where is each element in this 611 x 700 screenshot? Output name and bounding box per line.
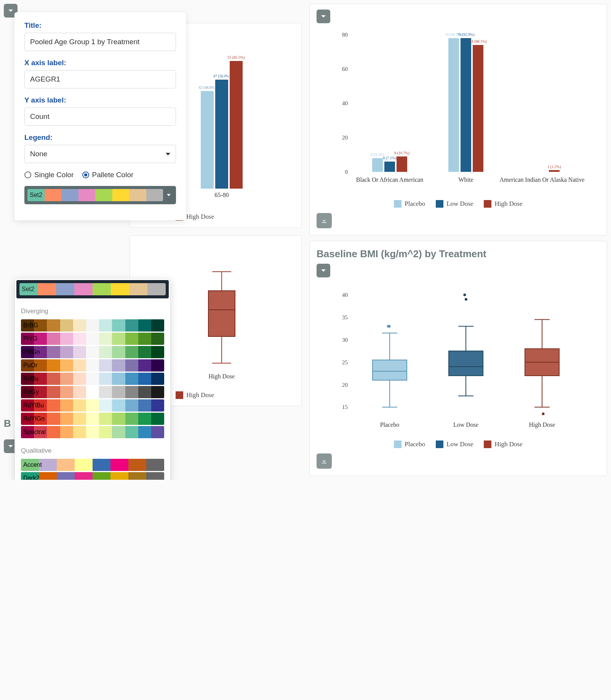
chart-settings-panel: Title: X axis label: Y axis label: Legen… xyxy=(14,12,186,220)
download-button-race[interactable] xyxy=(317,213,332,228)
svg-text:42 (48.8%): 42 (48.8%) xyxy=(199,85,216,90)
svg-rect-45 xyxy=(373,360,407,380)
palette-group-label: Qualitative xyxy=(15,439,170,458)
svg-rect-26 xyxy=(461,38,471,172)
svg-text:Placebo: Placebo xyxy=(380,421,400,428)
svg-rect-19 xyxy=(384,162,395,172)
svg-text:American Indian Or Alaska Nati: American Indian Or Alaska Native xyxy=(499,176,584,183)
svg-text:78 (92.9%): 78 (92.9%) xyxy=(457,32,475,37)
race-chart: 0204060808 (9.3%)6 (7.1%)9 (10.7%)Black … xyxy=(317,27,600,195)
svg-point-65 xyxy=(542,413,544,415)
palette-option-piyg[interactable]: PiYG xyxy=(21,333,164,345)
svg-text:8 (9.3%): 8 (9.3%) xyxy=(371,152,384,157)
svg-rect-28 xyxy=(473,45,483,172)
svg-rect-33 xyxy=(549,170,560,172)
bmi-legend: Placebo Low Dose High Dose xyxy=(317,441,600,448)
bmi-title: Baseline BMI (kg/m^2) by Treatment xyxy=(317,248,600,260)
svg-text:74 (88.1%): 74 (88.1%) xyxy=(470,39,487,44)
svg-rect-17 xyxy=(372,158,383,172)
bmi-chart: 152025303540PlaceboLow DoseHigh Dose xyxy=(317,283,600,435)
svg-text:47 (56.0%): 47 (56.0%) xyxy=(213,74,230,78)
svg-text:55 (65.5%): 55 (65.5%) xyxy=(228,55,245,60)
svg-point-56 xyxy=(465,298,467,301)
palette-option-dark2[interactable]: Dark2 xyxy=(21,472,164,480)
svg-rect-54 xyxy=(449,351,483,376)
svg-rect-0 xyxy=(201,91,214,189)
svg-text:9 (10.7%): 9 (10.7%) xyxy=(394,151,409,155)
palette-option-rdbu[interactable]: RdBu xyxy=(21,373,164,385)
svg-text:Low Dose: Low Dose xyxy=(453,421,478,428)
svg-text:30: 30 xyxy=(342,337,348,343)
panel-menu-toggle-race[interactable] xyxy=(317,10,330,23)
svg-text:White: White xyxy=(458,176,473,183)
svg-rect-24 xyxy=(448,38,459,172)
svg-point-57 xyxy=(463,293,466,296)
svg-rect-21 xyxy=(397,157,407,172)
svg-text:40: 40 xyxy=(342,100,348,106)
palette-select[interactable]: Set2 xyxy=(24,186,176,204)
y-axis-label: Y axis label: xyxy=(24,96,176,104)
legend-label: Legend: xyxy=(24,133,176,142)
svg-rect-2 xyxy=(215,80,228,189)
palette-option-brbg[interactable]: BrBG xyxy=(21,319,164,332)
palette-option-spectral[interactable]: Spectral xyxy=(21,426,164,438)
palette-dropdown: Set2 DivergingBrBGPiYGPRGnPuOrRdBuRdGyRd… xyxy=(14,278,171,480)
svg-text:6 (7.1%): 6 (7.1%) xyxy=(383,156,397,160)
svg-text:60: 60 xyxy=(342,66,348,72)
palette-option-accent[interactable]: Accent xyxy=(21,459,164,471)
svg-text:40: 40 xyxy=(342,292,348,298)
palette-option-rdylgn[interactable]: RdYlGn xyxy=(21,413,164,425)
palette-option-puor[interactable]: PuOr xyxy=(21,359,164,372)
svg-text:High Dose: High Dose xyxy=(209,373,235,380)
y-axis-input[interactable] xyxy=(24,107,176,126)
truncated-title-left: B xyxy=(4,418,11,429)
category-65-80: 65-80 xyxy=(214,192,229,198)
svg-text:15: 15 xyxy=(342,404,348,410)
svg-text:High Dose: High Dose xyxy=(529,421,555,428)
x-axis-label: X axis label: xyxy=(24,59,176,67)
legend-select[interactable]: None xyxy=(24,145,176,163)
svg-point-48 xyxy=(387,325,390,328)
palette-option-rdgy[interactable]: RdGy xyxy=(21,386,164,398)
chart-bmi-panel: Baseline BMI (kg/m^2) by Treatment 15202… xyxy=(309,241,607,476)
svg-text:0: 0 xyxy=(345,169,348,175)
svg-text:20: 20 xyxy=(342,135,348,141)
race-legend: Placebo Low Dose High Dose xyxy=(317,200,600,208)
palette-option-rdylbu[interactable]: RdYlBu xyxy=(21,399,164,412)
svg-text:25: 25 xyxy=(342,359,348,365)
chart-race-panel: 0204060808 (9.3%)6 (7.1%)9 (10.7%)Black … xyxy=(309,4,607,235)
radio-palette-color[interactable]: Pallete Color xyxy=(82,171,134,179)
svg-text:35: 35 xyxy=(342,314,348,320)
palette-dropdown-selected[interactable]: Set2 xyxy=(16,280,169,298)
title-input[interactable] xyxy=(24,33,176,51)
svg-text:1 (1.2%): 1 (1.2%) xyxy=(548,165,561,169)
svg-text:20: 20 xyxy=(342,382,348,388)
svg-text:Black Or African American: Black Or African American xyxy=(356,176,423,183)
palette-option-prgn[interactable]: PRGn xyxy=(21,346,164,358)
svg-text:80: 80 xyxy=(342,32,348,38)
svg-rect-4 xyxy=(230,61,243,189)
download-button-bmi[interactable] xyxy=(317,453,332,469)
title-label: Title: xyxy=(24,21,176,30)
svg-rect-9 xyxy=(208,291,235,336)
x-axis-input[interactable] xyxy=(24,70,176,88)
panel-menu-toggle-bmi[interactable] xyxy=(317,264,330,277)
radio-single-color[interactable]: Single Color xyxy=(24,171,74,179)
palette-group-label: Diverging xyxy=(15,300,170,318)
